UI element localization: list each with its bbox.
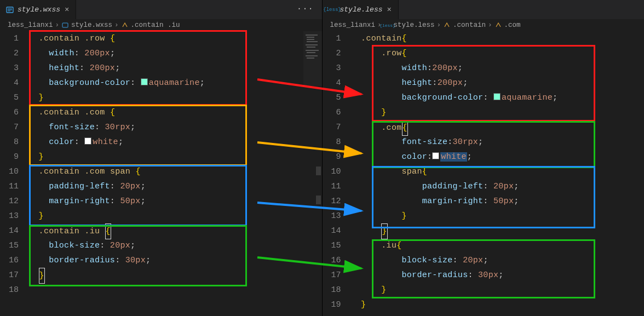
tab-style-less[interactable]: {less} style.less × xyxy=(323,0,399,19)
code-line[interactable]: color: white; xyxy=(28,135,322,150)
code-line[interactable]: } xyxy=(351,209,645,223)
code-line[interactable]: } xyxy=(351,105,645,120)
chevron-right-icon: › xyxy=(437,21,441,29)
code-line[interactable]: width:200px; xyxy=(351,61,645,76)
bc-item[interactable]: less_lianxi xyxy=(330,21,376,29)
code-line[interactable]: .contain .iu { xyxy=(28,223,322,238)
code-line[interactable]: .contain .row { xyxy=(28,31,322,46)
code-line[interactable]: height: 200px; xyxy=(28,61,322,76)
code-line[interactable]: } xyxy=(28,90,322,105)
code-line[interactable]: background-color: aquamarine; xyxy=(351,90,645,105)
code-line[interactable]: .row{ xyxy=(351,46,645,61)
minimap[interactable] xyxy=(303,31,322,86)
less-file-icon: {less} xyxy=(328,5,337,14)
symbol-icon xyxy=(443,21,451,29)
scroll-marker xyxy=(316,166,321,175)
bc-item[interactable]: .contain .iu xyxy=(131,21,180,29)
wxss-file-icon xyxy=(5,5,14,14)
symbol-icon xyxy=(495,21,502,29)
code-line[interactable]: block-size: 20px; xyxy=(28,238,322,253)
code-line[interactable]: font-size:30rpx; xyxy=(351,135,645,150)
breadcrumb[interactable]: less_lianxi › {less} style.less › .conta… xyxy=(323,19,645,31)
overflow-menu-icon[interactable]: ··· xyxy=(297,4,314,13)
code-line[interactable] xyxy=(28,283,322,297)
code-line[interactable]: } xyxy=(28,150,322,164)
code-line[interactable]: margin-right: 50px; xyxy=(28,194,322,209)
chevron-right-icon: › xyxy=(55,21,60,29)
scroll-marker xyxy=(316,196,321,204)
code-line[interactable]: border-radius: 30px; xyxy=(351,268,645,283)
tab-bar: {less} style.less × xyxy=(323,0,645,19)
code-line[interactable]: .contain{ xyxy=(351,31,645,46)
code-line[interactable]: block-size: 20px; xyxy=(351,253,645,268)
less-file-icon: {less} xyxy=(384,21,392,29)
close-icon[interactable]: × xyxy=(386,5,393,14)
wxss-file-icon xyxy=(61,21,69,29)
code-line[interactable]: padding-left: 20px; xyxy=(351,179,645,194)
code-line[interactable]: } xyxy=(351,297,645,312)
code-line[interactable]: } xyxy=(28,209,322,223)
code-line[interactable]: margin-right: 50px; xyxy=(351,194,645,209)
code-line[interactable]: background-color: aquamarine; xyxy=(28,76,322,90)
tab-style-wxss[interactable]: style.wxss × xyxy=(0,0,76,19)
tab-label: style.less xyxy=(340,5,383,14)
code-line[interactable]: .contain .com { xyxy=(28,105,322,120)
code-line[interactable]: color:white; xyxy=(351,150,645,164)
code-line[interactable]: font-size: 30rpx; xyxy=(28,120,322,135)
editor-pane-right: {less} style.less × less_lianxi › {less}… xyxy=(323,0,645,316)
code-line[interactable]: .iu{ xyxy=(351,238,645,253)
editor-pane-left: style.wxss × ··· less_lianxi › style.wxs… xyxy=(0,0,323,316)
code-line[interactable]: width: 200px; xyxy=(28,46,322,61)
breadcrumb[interactable]: less_lianxi › style.wxss › .contain .iu xyxy=(0,19,322,31)
code-line[interactable]: border-radius: 30px; xyxy=(28,253,322,268)
bc-item[interactable]: style.wxss xyxy=(71,21,112,29)
bc-item[interactable]: .contain xyxy=(453,21,486,29)
line-gutter: 12345678910111213141516171819 xyxy=(323,31,351,316)
symbol-icon xyxy=(121,21,129,29)
bc-item[interactable]: .com xyxy=(504,21,521,29)
line-gutter: 123456789101112131415161718 xyxy=(0,31,28,316)
chevron-right-icon: › xyxy=(114,21,119,29)
code-line[interactable]: } xyxy=(351,283,645,297)
code-line[interactable]: height:200px; xyxy=(351,76,645,90)
bc-item[interactable]: less_lianxi xyxy=(8,21,53,29)
tab-label: style.wxss xyxy=(18,5,60,14)
code-line[interactable]: span{ xyxy=(351,164,645,179)
code-lines[interactable]: .contain{ .row{ width:200px; height:200p… xyxy=(351,31,645,316)
code-lines[interactable]: .contain .row { width: 200px; height: 20… xyxy=(28,31,322,316)
code-line[interactable]: } xyxy=(351,223,645,238)
svg-rect-1 xyxy=(62,23,68,27)
code-line[interactable]: .com{ xyxy=(351,120,645,135)
code-line[interactable]: } xyxy=(28,268,322,283)
tab-bar: style.wxss × ··· xyxy=(0,0,322,19)
code-line[interactable]: padding-left: 20px; xyxy=(28,179,322,194)
editor-area-right[interactable]: 12345678910111213141516171819 .contain{ … xyxy=(323,31,645,316)
editor-area-left[interactable]: 123456789101112131415161718 .contain .ro… xyxy=(0,31,322,316)
bc-item[interactable]: style.less xyxy=(394,21,435,29)
close-icon[interactable]: × xyxy=(64,5,70,14)
chevron-right-icon: › xyxy=(488,21,492,29)
code-line[interactable]: .contain .com span { xyxy=(28,164,322,179)
